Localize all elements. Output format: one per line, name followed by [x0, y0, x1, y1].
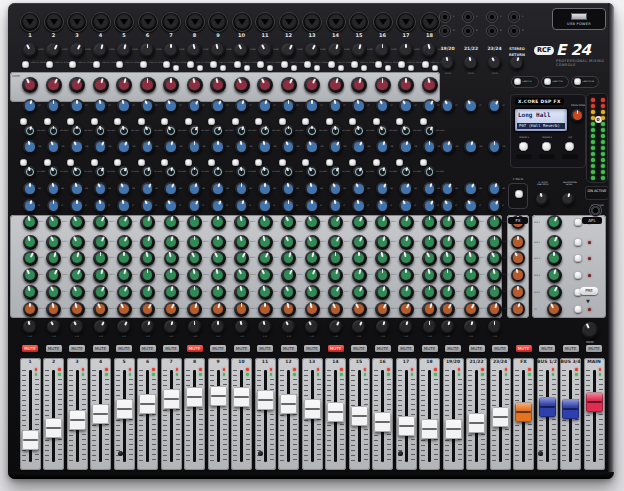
eq-lm-bell-button[interactable] [138, 159, 145, 166]
gain-knob[interactable] [375, 43, 390, 58]
aux-send-knob[interactable] [140, 268, 155, 283]
eq-hm-freq-knob[interactable] [71, 125, 83, 137]
eq-hm-freq-knob[interactable] [212, 125, 224, 137]
aux-send-knob[interactable] [422, 268, 437, 283]
eq-hf-knob[interactable] [23, 99, 37, 113]
eq-hm-freq-knob[interactable] [165, 125, 177, 137]
comp-knob[interactable] [351, 77, 367, 93]
aux-send-knob[interactable] [23, 251, 38, 266]
stereo-aux-send-knob[interactable] [464, 235, 479, 250]
low-cut-button[interactable] [351, 61, 358, 68]
aux-send-knob[interactable] [164, 251, 179, 266]
aux-send-knob[interactable] [305, 302, 320, 317]
pan-knob[interactable] [423, 320, 437, 334]
gain-knob[interactable] [140, 43, 155, 58]
eq-lm-freq-knob[interactable] [353, 166, 365, 178]
fader-handle[interactable] [186, 387, 203, 407]
stereo-eq-knob[interactable] [488, 140, 502, 154]
pan-knob[interactable] [258, 320, 272, 334]
aux-send-knob[interactable] [281, 251, 296, 266]
afl-button[interactable] [574, 305, 582, 313]
aux-send-knob[interactable] [187, 285, 202, 300]
eq-lm-bell-button[interactable] [185, 159, 192, 166]
pan-knob[interactable] [70, 320, 84, 334]
fader-handle[interactable] [327, 402, 344, 422]
aux-send-knob[interactable] [211, 268, 226, 283]
aux-send-knob[interactable] [399, 285, 414, 300]
eq-lm-bell-button[interactable] [208, 159, 215, 166]
eq-hm-bell-button[interactable] [44, 118, 51, 125]
eq-lm-gain-knob[interactable] [376, 182, 390, 196]
aux-send-knob[interactable] [258, 215, 273, 230]
gain-knob[interactable] [187, 43, 202, 58]
eq-hm-freq-knob[interactable] [189, 125, 201, 137]
stereo-level-knob[interactable] [464, 56, 478, 70]
fader-handle[interactable] [539, 397, 556, 417]
gain-knob[interactable] [70, 43, 85, 58]
aux-send-knob[interactable] [140, 215, 155, 230]
pad-button[interactable] [432, 65, 438, 71]
eq-hf-knob[interactable] [94, 99, 108, 113]
eq-hm-gain-knob[interactable] [352, 140, 366, 154]
aux-send-knob[interactable] [281, 285, 296, 300]
eq-lm-gain-knob[interactable] [258, 182, 272, 196]
aux-send-knob[interactable] [140, 302, 155, 317]
pan-knob[interactable] [211, 320, 225, 334]
stereo-balance-knob[interactable] [488, 320, 502, 334]
eq-lm-gain-knob[interactable] [47, 182, 61, 196]
mute-button[interactable]: MUTE [328, 345, 344, 352]
mute-button[interactable]: MUTE [539, 345, 555, 352]
eq-lm-freq-knob[interactable] [400, 166, 412, 178]
stereo-eq-knob[interactable] [441, 199, 455, 213]
pan-knob[interactable] [282, 320, 296, 334]
eq-lm-freq-knob[interactable] [330, 166, 342, 178]
fader-handle[interactable] [69, 410, 86, 430]
eq-lm-bell-button[interactable] [373, 159, 380, 166]
stereo-aux-send-knob[interactable] [440, 268, 455, 283]
eq-lm-freq-knob[interactable] [118, 166, 130, 178]
afl-button[interactable] [574, 238, 582, 246]
aux-send-knob[interactable] [70, 268, 85, 283]
eq-lf-knob[interactable] [117, 199, 131, 213]
eq-lm-freq-knob[interactable] [377, 166, 389, 178]
eq-hf-knob[interactable] [70, 99, 84, 113]
aux-send-knob[interactable] [23, 215, 38, 230]
aux-send-knob[interactable] [352, 285, 367, 300]
eq-hm-freq-knob[interactable] [377, 125, 389, 137]
mute-button[interactable]: MUTE [375, 345, 391, 352]
stereo-eq-knob[interactable] [441, 182, 455, 196]
aux-send-knob[interactable] [70, 215, 85, 230]
aux-send-knob[interactable] [117, 235, 132, 250]
mute-button[interactable]: MUTE [163, 345, 179, 352]
aux-send-knob[interactable] [399, 215, 414, 230]
eq-lm-freq-knob[interactable] [95, 166, 107, 178]
aux-send-knob[interactable] [234, 215, 249, 230]
stereo-eq-knob[interactable] [441, 99, 455, 113]
aux-send-knob[interactable] [211, 302, 226, 317]
eq-lf-knob[interactable] [47, 199, 61, 213]
pad-button[interactable] [244, 65, 250, 71]
eq-hf-knob[interactable] [47, 99, 61, 113]
low-cut-button[interactable] [328, 61, 335, 68]
fader-handle[interactable] [116, 399, 133, 419]
aux-send-knob[interactable] [117, 251, 132, 266]
aux-send-knob[interactable] [375, 302, 390, 317]
stereo-aux-send-knob[interactable] [487, 251, 502, 266]
stereo-aux-send-knob[interactable] [487, 268, 502, 283]
low-cut-button[interactable] [304, 61, 311, 68]
aux-send-knob[interactable] [352, 251, 367, 266]
eq-lm-gain-knob[interactable] [282, 182, 296, 196]
eq-lf-knob[interactable] [23, 199, 37, 213]
aux-send-knob[interactable] [258, 285, 273, 300]
aux-send-knob[interactable] [352, 235, 367, 250]
fader-handle[interactable] [515, 402, 532, 422]
stereo-balance-knob[interactable] [441, 320, 455, 334]
aux-send-knob[interactable] [23, 285, 38, 300]
eq-hm-gain-knob[interactable] [282, 140, 296, 154]
eq-lm-bell-button[interactable] [161, 159, 168, 166]
gain-knob[interactable] [399, 43, 414, 58]
gain-knob[interactable] [352, 43, 367, 58]
aux-send-knob[interactable] [140, 251, 155, 266]
low-cut-button[interactable] [46, 61, 53, 68]
eq-lm-bell-button[interactable] [232, 159, 239, 166]
